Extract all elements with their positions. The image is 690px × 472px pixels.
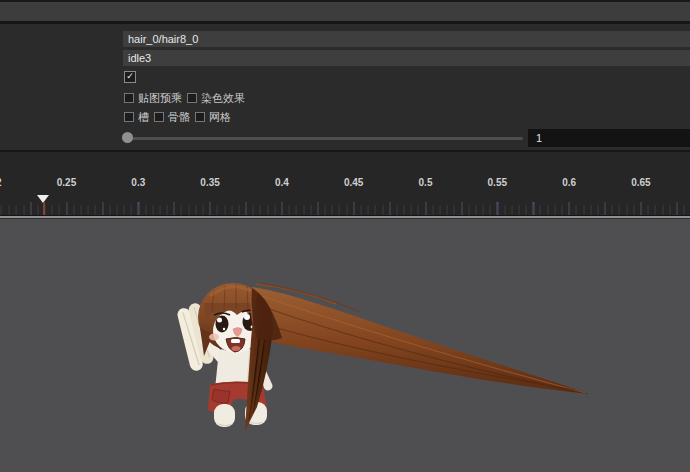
texture-premultiply-checkbox[interactable]: [124, 93, 134, 103]
debug-options-row: 槽 骨骼 网格: [124, 111, 231, 123]
option-mesh: 网格: [195, 111, 231, 123]
scale-slider-handle[interactable]: [122, 132, 133, 143]
ruler-label: 0.3: [131, 177, 145, 188]
ruler-label: 0.25: [57, 177, 76, 188]
slots-checkbox[interactable]: [124, 112, 134, 122]
glitched-hair-spike: [250, 283, 589, 394]
ruler-label: 0.6: [562, 177, 576, 188]
bones-checkbox[interactable]: [154, 112, 164, 122]
ruler-label: 0.2: [0, 177, 2, 188]
scale-slider-track[interactable]: [127, 137, 523, 140]
ruler-label: 0.45: [344, 177, 363, 188]
enabled-checkbox[interactable]: ✓: [124, 71, 136, 83]
slots-label: 槽: [138, 111, 149, 123]
animation-tool-window: ✓ 贴图预乘 染色效果 槽 骨骼 网格: [0, 0, 690, 472]
texture-premultiply-label: 贴图预乘: [138, 92, 182, 104]
bones-label: 骨骼: [168, 111, 190, 123]
control-panel: ✓ 贴图预乘 染色效果 槽 骨骼 网格: [0, 24, 690, 150]
tint-effect-checkbox[interactable]: [187, 93, 197, 103]
option-texture-premultiply: 贴图预乘: [124, 92, 182, 104]
mesh-label: 网格: [209, 111, 231, 123]
scale-value-input[interactable]: [528, 129, 690, 147]
ruler-label: 0.65: [631, 177, 650, 188]
timeline-ruler[interactable]: 0.20.250.30.350.40.450.50.550.60.65: [0, 152, 690, 216]
playhead-line: [43, 202, 45, 216]
mesh-checkbox[interactable]: [195, 112, 205, 122]
character-model: [0, 219, 690, 472]
animation-input[interactable]: [123, 50, 690, 66]
ruler-label: 0.35: [200, 177, 219, 188]
option-bones: 骨骼: [154, 111, 190, 123]
option-slots: 槽: [124, 111, 149, 123]
ruler-label: 0.55: [488, 177, 507, 188]
option-tint-effect: 染色效果: [187, 92, 245, 104]
ruler-label: 0.4: [275, 177, 289, 188]
toolbar-strip: [0, 2, 690, 21]
ruler-label: 0.5: [419, 177, 433, 188]
skin-input[interactable]: [123, 31, 690, 47]
tint-effect-label: 染色效果: [201, 92, 245, 104]
character-legs: [214, 402, 267, 427]
render-options-row: 贴图预乘 染色效果: [124, 92, 245, 104]
model-viewport[interactable]: [0, 219, 690, 472]
